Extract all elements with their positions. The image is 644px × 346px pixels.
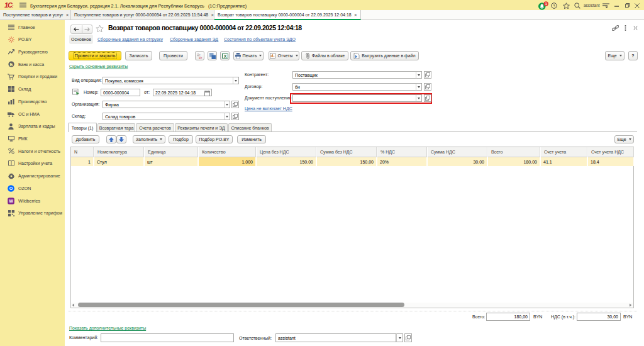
svg-text:1: 1 (545, 2, 547, 6)
svg-text:Кт: Кт (199, 56, 203, 59)
svg-text:Б: Б (9, 62, 13, 67)
svg-text:X: X (223, 53, 226, 58)
svg-text:W: W (9, 199, 13, 203)
svg-text:O: O (9, 186, 13, 191)
